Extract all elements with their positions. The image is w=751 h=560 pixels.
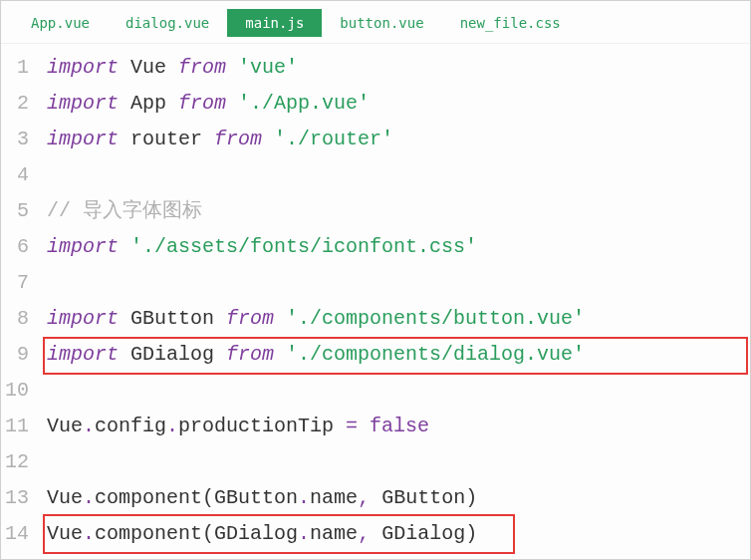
line-number: 10 xyxy=(1,373,29,409)
code-line xyxy=(37,373,750,409)
tab-main-js[interactable]: main.js xyxy=(227,9,322,37)
line-gutter: 1 2 3 4 5 6 7 8 9 10 11 12 13 14 xyxy=(1,50,37,552)
code-line: Vue.config.productionTip = false xyxy=(37,409,750,444)
tab-bar: App.vue dialog.vue main.js button.vue ne… xyxy=(1,1,750,44)
tab-button-vue[interactable]: button.vue xyxy=(322,9,441,37)
line-number: 13 xyxy=(1,480,29,516)
line-number: 6 xyxy=(1,229,29,265)
code-area[interactable]: import Vue from 'vue' import App from '.… xyxy=(37,50,750,552)
code-line: import './assets/fonts/iconfont.css' xyxy=(37,229,750,265)
tab-app-vue[interactable]: App.vue xyxy=(13,9,108,37)
code-line xyxy=(37,265,750,301)
tab-new-file-css[interactable]: new_file.css xyxy=(442,9,579,37)
line-number: 9 xyxy=(1,337,29,373)
line-number: 4 xyxy=(1,157,29,193)
code-line: Vue.component(GButton.name, GButton) xyxy=(37,480,750,516)
code-line xyxy=(37,157,750,193)
tab-dialog-vue[interactable]: dialog.vue xyxy=(108,9,227,37)
line-number: 1 xyxy=(1,50,29,86)
code-line: // 导入字体图标 xyxy=(37,193,750,229)
code-line: import GButton from './components/button… xyxy=(37,301,750,337)
line-number: 2 xyxy=(1,86,29,122)
code-line: import router from './router' xyxy=(37,122,750,157)
code-line: import App from './App.vue' xyxy=(37,86,750,122)
code-line xyxy=(37,444,750,480)
code-line: Vue.component(GDialog.name, GDialog) xyxy=(37,516,750,552)
line-number: 7 xyxy=(1,265,29,301)
line-number: 8 xyxy=(1,301,29,337)
code-editor[interactable]: 1 2 3 4 5 6 7 8 9 10 11 12 13 14 import … xyxy=(1,44,750,552)
line-number: 3 xyxy=(1,122,29,157)
code-line: import GDialog from './components/dialog… xyxy=(37,337,750,373)
line-number: 12 xyxy=(1,444,29,480)
line-number: 14 xyxy=(1,516,29,552)
line-number: 11 xyxy=(1,409,29,444)
line-number: 5 xyxy=(1,193,29,229)
code-line: import Vue from 'vue' xyxy=(37,50,750,86)
